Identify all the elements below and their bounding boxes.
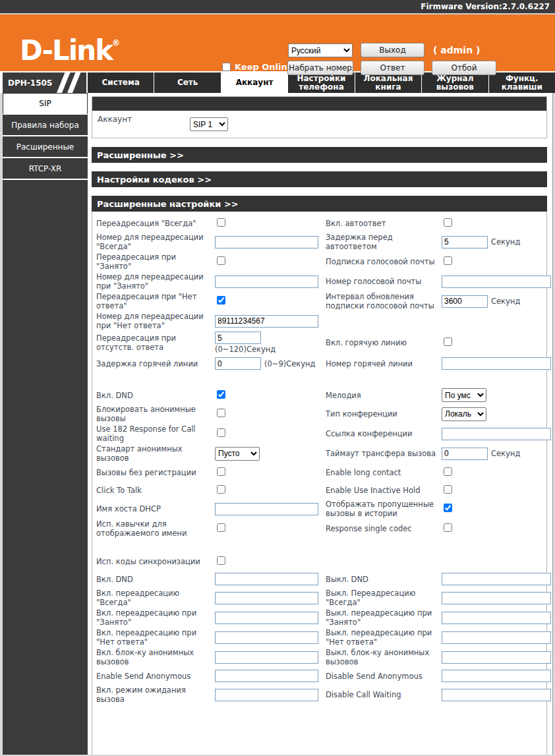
tab-bar: DPH-150S СистемаСетьАккаунтНастройки тел… xyxy=(0,73,555,93)
sidebar-item-2[interactable]: Правила набора xyxy=(3,115,88,136)
form-checkbox[interactable] xyxy=(217,428,225,437)
form-checkbox[interactable] xyxy=(217,409,225,417)
form-text-input[interactable] xyxy=(442,428,551,440)
field-label: Номер для переадресации при "Нет ответа" xyxy=(96,312,215,330)
field-label: Вкл. автоответ xyxy=(326,219,442,228)
field-suffix: Секунд xyxy=(491,297,520,306)
form-row: Задержка горячей линии(0~9)СекундНомер г… xyxy=(96,355,544,372)
keep-online-checkbox[interactable] xyxy=(222,63,231,71)
form-text-input[interactable] xyxy=(215,612,318,624)
form-text-input[interactable] xyxy=(215,631,318,644)
form-text-input[interactable] xyxy=(442,612,551,624)
form-text-input[interactable] xyxy=(215,503,318,515)
form-text-input[interactable] xyxy=(215,670,318,682)
field-control: Локаль xyxy=(442,407,544,421)
form-checkbox[interactable] xyxy=(217,218,225,227)
form-select[interactable]: Пусто xyxy=(215,447,260,461)
dial-number-button[interactable]: Набрать номер xyxy=(287,61,353,75)
field-label: Отображать пропущенные вызовы в истории xyxy=(326,500,442,518)
field-label: Подписка голосовой почты xyxy=(326,257,442,266)
form-text-input[interactable] xyxy=(215,592,318,604)
form-row: Вкл. переадресацию при "Нет ответа"Выкл.… xyxy=(96,627,544,647)
form-text-input[interactable] xyxy=(215,573,318,585)
form-text-input[interactable] xyxy=(215,689,318,701)
form-text-input[interactable] xyxy=(442,448,488,460)
form-text-input[interactable] xyxy=(442,357,551,370)
form-text-input[interactable] xyxy=(442,631,551,644)
section-advanced[interactable]: Расширенные >> xyxy=(92,147,547,163)
form-select[interactable]: По умс xyxy=(442,388,486,402)
form-text-input[interactable] xyxy=(442,573,551,585)
field-label: Вкл. переадресацию при "Занято" xyxy=(96,608,215,627)
form-text-input[interactable] xyxy=(442,592,551,604)
field-label: Enable Use Inactive Hold xyxy=(326,486,442,495)
form-row: Вкл. переадресацию при "Занято"Выкл. пер… xyxy=(96,608,544,627)
form-text-input[interactable] xyxy=(442,295,488,308)
tab-4[interactable]: Настройки телефона xyxy=(287,73,354,93)
form-checkbox[interactable] xyxy=(217,485,225,494)
field-control xyxy=(442,651,551,664)
form-text-input[interactable] xyxy=(442,236,488,248)
form-text-input[interactable] xyxy=(215,651,318,664)
sidebar-item-3[interactable]: Расширенные xyxy=(3,136,88,158)
form-select[interactable]: Локаль xyxy=(442,407,486,421)
form-text-input[interactable] xyxy=(442,276,551,288)
form-text-input[interactable] xyxy=(442,670,551,682)
form-text-input[interactable] xyxy=(442,689,551,701)
field-control xyxy=(215,409,326,419)
form-checkbox[interactable] xyxy=(217,296,225,305)
sidebar-item-1[interactable]: SIP xyxy=(3,93,88,115)
form-checkbox[interactable] xyxy=(217,256,225,265)
admin-label: ( admin ) xyxy=(433,45,480,55)
firmware-bar: Firmware Version:2.7.0.6227 xyxy=(0,0,555,15)
field-control xyxy=(215,236,326,248)
form-checkbox[interactable] xyxy=(444,337,452,346)
form-text-input[interactable] xyxy=(215,332,261,344)
tab-2[interactable]: Сеть xyxy=(154,73,220,93)
field-label: Тип конференции xyxy=(326,409,442,419)
form-text-input[interactable] xyxy=(215,357,261,370)
form-checkbox[interactable] xyxy=(217,556,225,565)
account-box-header xyxy=(92,97,546,111)
tab-5[interactable]: Локальная книга xyxy=(355,73,421,93)
language-select[interactable]: Русский xyxy=(288,44,353,57)
field-control: Секунд xyxy=(442,236,544,248)
form-checkbox[interactable] xyxy=(217,523,225,532)
form-text-input[interactable] xyxy=(442,651,551,664)
field-label: Enable Send Anonymous xyxy=(96,672,215,681)
form-checkbox[interactable] xyxy=(217,390,225,399)
field-suffix: Секунд xyxy=(491,449,520,458)
form-checkbox[interactable] xyxy=(444,485,452,494)
form-checkbox[interactable] xyxy=(444,504,452,512)
field-label: Номер для переадресации "Всегда" xyxy=(96,233,215,251)
field-control xyxy=(442,523,544,534)
form-checkbox[interactable] xyxy=(444,256,452,265)
field-control xyxy=(215,467,326,478)
tab-1[interactable]: Система xyxy=(88,73,154,93)
answer-button[interactable]: Ответ xyxy=(361,61,424,75)
tab-3[interactable]: Аккаунт xyxy=(221,73,287,93)
form-text-input[interactable] xyxy=(215,236,318,248)
form-checkbox[interactable] xyxy=(217,467,225,476)
field-control: (0~120)Секунд xyxy=(215,332,326,354)
section-advanced-settings[interactable]: Расширенные настройки >> xyxy=(92,196,547,212)
form-checkbox[interactable] xyxy=(444,467,452,476)
sidebar-item-4[interactable]: RTCP-XR xyxy=(3,158,88,180)
account-select[interactable]: SIP 1 xyxy=(190,117,228,131)
section-codecs[interactable]: Настройки кодеков >> xyxy=(92,171,547,187)
dlink-logo: D-Link® xyxy=(20,29,120,65)
form-checkbox[interactable] xyxy=(444,218,452,227)
form-checkbox[interactable] xyxy=(444,523,452,532)
field-control xyxy=(215,631,326,644)
hangup-button[interactable]: Отбой xyxy=(432,61,496,75)
field-label: Disable Send Anonymous xyxy=(326,672,442,681)
account-label: Аккаунт xyxy=(98,115,132,124)
field-control xyxy=(215,485,326,496)
field-control xyxy=(442,631,551,644)
form-text-input[interactable] xyxy=(215,276,318,288)
form-text-input[interactable] xyxy=(215,315,318,328)
tab-7[interactable]: Функц. клавиши xyxy=(488,73,555,93)
tab-6[interactable]: Журнал вызовов xyxy=(421,73,488,93)
logout-button[interactable]: Выход xyxy=(361,43,424,57)
field-label: Таймаут трансфера вызова xyxy=(326,449,442,458)
